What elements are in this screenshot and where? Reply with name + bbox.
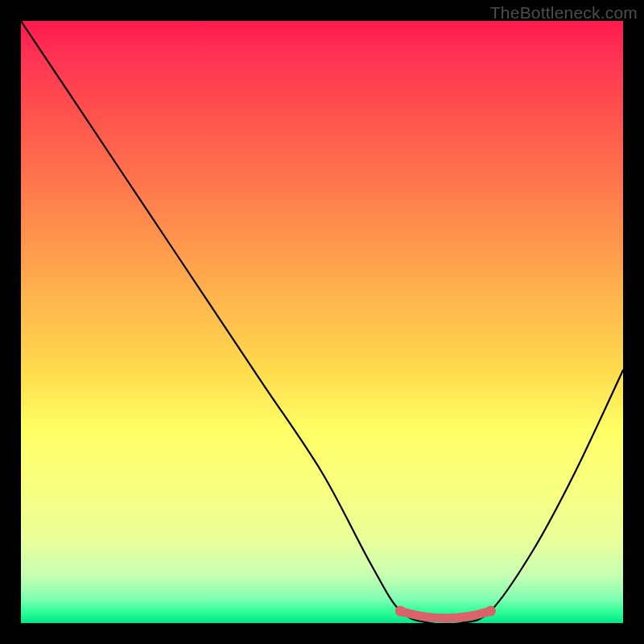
chart-svg <box>21 21 623 623</box>
chart-gradient-background <box>21 21 623 623</box>
bottleneck-curve-path <box>21 21 623 623</box>
flat-region-dot-left <box>395 606 406 617</box>
flat-region-dot-right <box>485 606 496 617</box>
flat-region-highlight <box>400 611 490 618</box>
watermark-text: TheBottleneck.com <box>490 3 638 23</box>
